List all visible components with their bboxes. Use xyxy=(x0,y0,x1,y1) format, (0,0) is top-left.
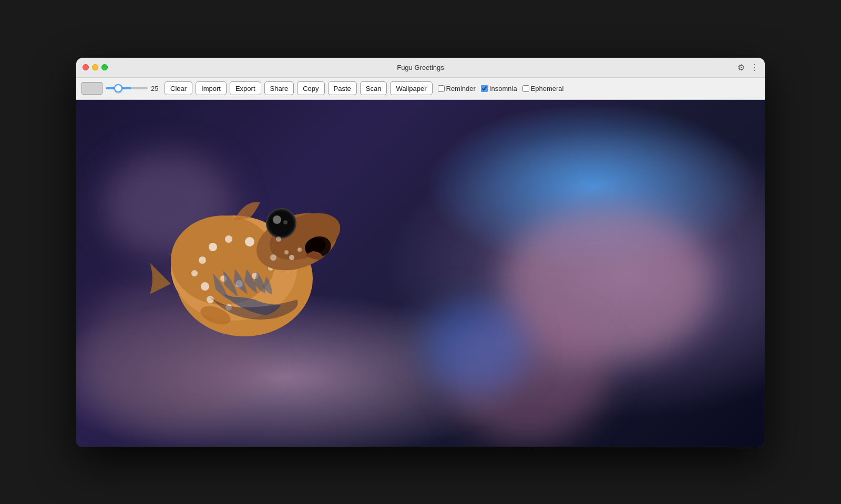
share-button[interactable]: Share xyxy=(264,81,294,95)
svg-point-9 xyxy=(201,282,209,291)
reminder-label[interactable]: Reminder xyxy=(438,85,476,92)
title-bar-actions: ⚙ ⋮ xyxy=(737,63,758,73)
scan-button[interactable]: Scan xyxy=(360,81,387,95)
slider-value: 25 xyxy=(151,85,161,92)
extensions-icon[interactable]: ⚙ xyxy=(737,63,745,73)
svg-point-22 xyxy=(273,215,281,224)
svg-point-26 xyxy=(289,255,294,260)
paste-button[interactable]: Paste xyxy=(328,81,357,95)
window-title: Fugu Greetings xyxy=(397,64,444,71)
insomnia-label[interactable]: Insomnia xyxy=(481,85,517,92)
svg-point-4 xyxy=(225,235,232,243)
slider-container: 25 xyxy=(106,85,161,92)
close-button[interactable] xyxy=(83,64,89,70)
svg-point-27 xyxy=(298,248,302,252)
clear-button[interactable]: Clear xyxy=(165,81,192,95)
ephemeral-text: Ephemeral xyxy=(531,85,564,92)
svg-point-30 xyxy=(276,236,281,242)
insomnia-checkbox[interactable] xyxy=(481,85,488,92)
svg-point-8 xyxy=(191,270,198,276)
maximize-button[interactable] xyxy=(101,64,108,70)
svg-point-3 xyxy=(209,243,217,251)
svg-point-23 xyxy=(283,220,288,224)
reminder-checkbox[interactable] xyxy=(438,85,445,92)
traffic-lights xyxy=(83,64,108,70)
fish-svg xyxy=(118,126,392,420)
color-swatch[interactable] xyxy=(81,82,102,95)
import-button[interactable]: Import xyxy=(196,81,227,95)
wallpaper-button[interactable]: Wallpaper xyxy=(390,81,432,95)
ephemeral-label[interactable]: Ephemeral xyxy=(522,85,564,92)
svg-point-5 xyxy=(245,237,254,246)
checkbox-group: Reminder Insomnia Ephemeral xyxy=(438,85,564,92)
reminder-text: Reminder xyxy=(446,85,476,92)
fish-scene xyxy=(76,100,765,447)
title-bar: Fugu Greetings ⚙ ⋮ xyxy=(76,58,765,78)
copy-button[interactable]: Copy xyxy=(297,81,324,95)
brush-size-slider[interactable] xyxy=(106,87,148,89)
app-window: Fugu Greetings ⚙ ⋮ 25 Clear Import Expor… xyxy=(76,58,765,447)
export-button[interactable]: Export xyxy=(230,81,261,95)
canvas-area[interactable] xyxy=(76,100,765,447)
menu-icon[interactable]: ⋮ xyxy=(750,63,758,73)
toolbar: 25 Clear Import Export Share Copy Paste … xyxy=(76,78,765,100)
svg-point-29 xyxy=(270,254,276,261)
minimize-button[interactable] xyxy=(92,64,98,70)
fish-overlay xyxy=(76,100,765,447)
insomnia-text: Insomnia xyxy=(489,85,517,92)
svg-point-7 xyxy=(199,256,206,264)
ephemeral-checkbox[interactable] xyxy=(522,85,529,92)
svg-point-28 xyxy=(284,250,289,254)
svg-point-21 xyxy=(269,211,294,236)
